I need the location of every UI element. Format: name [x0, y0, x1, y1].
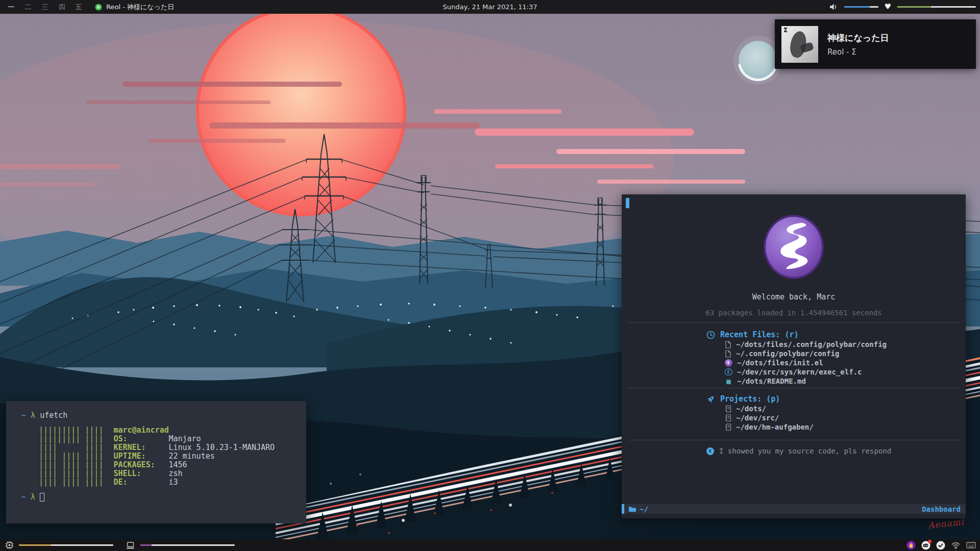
project-row[interactable]: ~/dev/src/ — [725, 413, 966, 422]
terminal-window[interactable]: ~ λ ufetch ||||||||| |||| ||||||||| ||||… — [6, 401, 306, 523]
repo-icon — [725, 414, 731, 422]
notification-title: 神様になった日 — [827, 32, 889, 44]
emacs-logo — [763, 214, 825, 280]
discord-tray-icon[interactable] — [921, 541, 930, 550]
prompt-symbol: λ — [31, 411, 35, 420]
markdown-icon: ▦ — [725, 377, 732, 386]
wifi-tray-icon[interactable] — [951, 541, 961, 549]
now-playing-title: Reol - 神様になった日 — [106, 3, 174, 12]
spotify-icon — [95, 4, 102, 11]
workspace-5[interactable]: 五 — [75, 3, 83, 12]
command-text: ufetch — [40, 411, 67, 420]
workspace-1[interactable]: 一 — [7, 3, 15, 12]
history-icon — [706, 331, 715, 339]
backlight-slider[interactable] — [140, 544, 235, 546]
favorite-slider[interactable] — [897, 6, 976, 8]
discord-notification-badge — [928, 540, 932, 543]
volume-slider[interactable] — [844, 6, 878, 8]
host-line: marc@aincrad — [113, 426, 275, 435]
recent-files-header: Recent Files: (r) — [720, 330, 799, 340]
notification-artist: Reol - Σ — [827, 47, 889, 57]
bottom-bar — [0, 539, 980, 551]
system-tray — [906, 541, 980, 550]
modeline: ~/ Dashboard — [622, 504, 966, 514]
top-bar: 一 二 三 四 五 Reol - 神様になった日 Sunday, 21 Mar … — [0, 0, 980, 14]
album-art: Σ — [781, 26, 818, 63]
music-notification[interactable]: Σ 神様になった日 Reol - Σ — [775, 19, 976, 69]
heart-icon: ♥ — [885, 3, 891, 11]
manjaro-ascii-logo: ||||||||| |||| ||||||||| |||| |||| |||| … — [39, 426, 103, 487]
workspace-4[interactable]: 四 — [58, 3, 66, 12]
modeline-buffer-name: Dashboard — [922, 505, 961, 513]
rocket-icon — [706, 395, 715, 404]
volume-icon[interactable] — [830, 4, 838, 10]
workspace-2[interactable]: 二 — [24, 3, 32, 12]
modeline-accent-bar — [622, 504, 624, 514]
footer-message: I showed you my source code, pls respond — [719, 446, 891, 456]
repo-icon — [725, 405, 731, 413]
prompt-path: ~ — [21, 411, 26, 420]
emacs-icon: ε — [725, 359, 732, 367]
c-lang-icon: C — [725, 368, 732, 375]
modeline-path: ~/ — [640, 505, 648, 513]
repo-icon — [725, 423, 731, 431]
recent-file-row[interactable]: ~/dots/files/.config/polybar/config — [725, 340, 966, 349]
terminal-cursor[interactable] — [40, 493, 44, 502]
check-tray-icon[interactable] — [936, 541, 945, 550]
album-sigma-label: Σ — [783, 27, 788, 34]
active-tab-marker — [626, 198, 629, 208]
load-info: 63 packages loaded in 1.454946561 second… — [622, 309, 966, 317]
now-playing[interactable]: Reol - 神様になった日 — [95, 3, 174, 12]
separator — [628, 388, 960, 388]
workspace-3[interactable]: 三 — [41, 3, 49, 12]
cpu-icon — [5, 541, 14, 549]
keyboard-tray-icon[interactable] — [966, 542, 976, 548]
project-row[interactable]: ~/dev/hm-aufgaben/ — [725, 422, 966, 432]
welcome-message: Welcome back, Marc — [622, 292, 966, 302]
project-row[interactable]: ~/dots/ — [725, 404, 966, 413]
flame-tray-icon[interactable] — [906, 541, 916, 550]
recent-file-row[interactable]: ~/.config/polybar/config — [725, 349, 966, 358]
separator — [628, 440, 960, 440]
emacs-window[interactable]: Welcome back, Marc 63 packages loaded in… — [622, 194, 966, 518]
ufetch-output: marc@aincrad OS:Manjaro KERNEL:Linux 5.1… — [113, 426, 275, 487]
recent-file-row[interactable]: ▦ ~/dots/README.md — [725, 377, 966, 386]
cpu-slider[interactable] — [19, 544, 113, 546]
folder-icon — [628, 506, 636, 512]
workspace-switcher: 一 二 三 四 五 — [0, 3, 83, 12]
file-icon — [725, 341, 731, 348]
desktop: Aenami 一 二 三 四 五 Reol - 神様になった日 Sunday, … — [0, 0, 980, 551]
projects-header: Projects: (p) — [720, 394, 780, 404]
file-icon — [725, 350, 731, 358]
laptop-icon — [126, 542, 135, 549]
recent-file-row[interactable]: ε ~/dots/files/init.el — [725, 358, 966, 367]
recent-file-row[interactable]: C ~/dev/src/sys/kern/exec_elf.c — [725, 367, 966, 377]
emacs-chat-icon: ε — [706, 447, 714, 455]
separator — [628, 322, 960, 323]
